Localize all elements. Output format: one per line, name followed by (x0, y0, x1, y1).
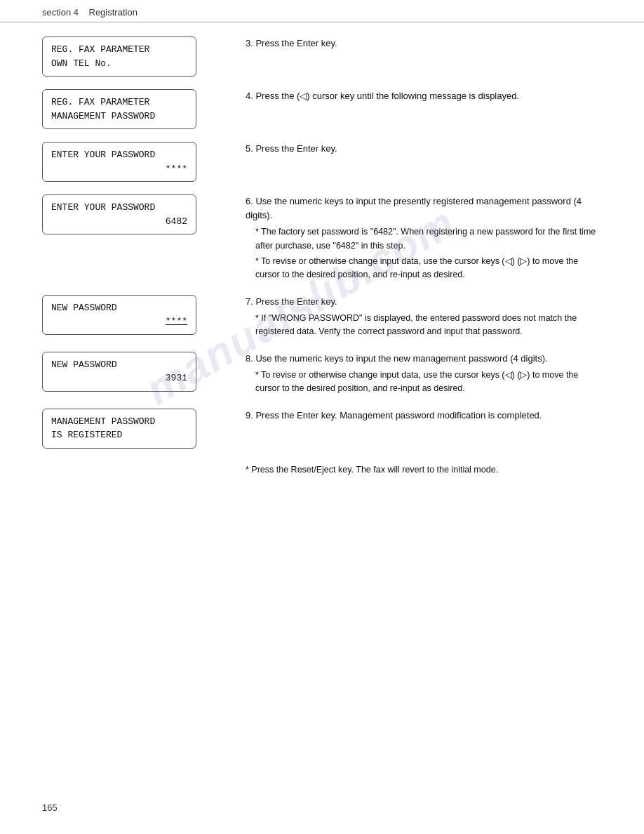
left-col-4: ENTER YOUR PASSWORD 6482 (42, 194, 224, 234)
final-note-row: * Press the Reset/Eject key. The fax wil… (42, 461, 602, 477)
lcd4-line1: ENTER YOUR PASSWORD (51, 201, 187, 215)
step-5-note-1: * If "WRONG PASSWORD" is displayed, the … (246, 312, 602, 339)
final-note-text: * Press the Reset/Eject key. The fax wil… (246, 463, 602, 477)
lcd2-line1: REG. FAX PARAMETER (51, 95, 187, 110)
row-4: ENTER YOUR PASSWORD 6482 6. Use the nume… (42, 194, 602, 282)
page: manualslib.com section 4 Registration RE… (0, 0, 644, 834)
step-1-text: 3. Press the Enter key. (246, 37, 602, 51)
step-4-note-2: * To revise or otherwise change input da… (246, 255, 602, 282)
page-footer: 165 (42, 802, 58, 813)
main-content: REG. FAX PARAMETER OWN TEL No. 3. Press … (0, 22, 644, 517)
lcd1-line1: REG. FAX PARAMETER (51, 43, 187, 57)
lcd3-line2: **** (51, 162, 187, 176)
right-col-2: 4. Press the (◁) cursor key until the fo… (246, 89, 602, 106)
lcd7-line1: MANAGEMENT PASSWORD (51, 415, 187, 429)
step-2-text: 4. Press the (◁) cursor key until the fo… (246, 89, 602, 103)
lcd-box-6: NEW PASSWORD 3931 (42, 352, 196, 392)
step-6-note-1: * To revise or otherwise change input da… (246, 369, 602, 396)
row-3: ENTER YOUR PASSWORD **** 5. Press the En… (42, 142, 602, 182)
lcd7-line2: IS REGISTERED (51, 428, 187, 442)
lcd-box-1: REG. FAX PARAMETER OWN TEL No. (42, 37, 196, 77)
row-5: NEW PASSWORD **** 7. Press the Enter key… (42, 295, 602, 339)
row-6: NEW PASSWORD 3931 8. Use the numeric key… (42, 352, 602, 396)
lcd-box-2: REG. FAX PARAMETER MANAGEMENT PASSWORD (42, 89, 196, 129)
left-col-6: NEW PASSWORD 3931 (42, 352, 224, 392)
final-note-right: * Press the Reset/Eject key. The fax wil… (246, 461, 602, 477)
left-col-3: ENTER YOUR PASSWORD **** (42, 142, 224, 182)
section-label: section 4 (42, 7, 79, 18)
lcd6-line1: NEW PASSWORD (51, 358, 187, 372)
step-6-text: 8. Use the numeric keys to input the new… (246, 352, 602, 366)
row-1: REG. FAX PARAMETER OWN TEL No. 3. Press … (42, 37, 602, 77)
page-number: 165 (42, 802, 58, 813)
lcd5-line1: NEW PASSWORD (51, 301, 187, 315)
row-2: REG. FAX PARAMETER MANAGEMENT PASSWORD 4… (42, 89, 602, 129)
right-col-4: 6. Use the numeric keys to input the pre… (246, 194, 602, 282)
section-title: Registration (89, 7, 137, 18)
lcd-box-5: NEW PASSWORD **** (42, 295, 196, 335)
lcd-box-4: ENTER YOUR PASSWORD 6482 (42, 194, 196, 234)
step-5-text: 7. Press the Enter key. (246, 295, 602, 309)
lcd2-line2: MANAGEMENT PASSWORD (51, 110, 187, 124)
lcd3-line1: ENTER YOUR PASSWORD (51, 148, 187, 162)
step-3-text: 5. Press the Enter key. (246, 142, 602, 156)
left-col-5: NEW PASSWORD **** (42, 295, 224, 335)
lcd6-line2: 3931 (51, 371, 187, 385)
step-4-note-1: * The factory set password is "6482". Wh… (246, 225, 602, 253)
right-col-7: 9. Press the Enter key. Management passw… (246, 409, 602, 425)
lcd4-line2: 6482 (51, 215, 187, 229)
right-col-3: 5. Press the Enter key. (246, 142, 602, 159)
left-col-7: MANAGEMENT PASSWORD IS REGISTERED (42, 409, 224, 449)
page-header: section 4 Registration (0, 0, 644, 22)
lcd5-line2: **** (51, 315, 187, 329)
row-7: MANAGEMENT PASSWORD IS REGISTERED 9. Pre… (42, 409, 602, 449)
right-col-5: 7. Press the Enter key. * If "WRONG PASS… (246, 295, 602, 339)
right-col-6: 8. Use the numeric keys to input the new… (246, 352, 602, 396)
lcd-box-7: MANAGEMENT PASSWORD IS REGISTERED (42, 409, 196, 449)
left-col-1: REG. FAX PARAMETER OWN TEL No. (42, 37, 224, 77)
left-col-2: REG. FAX PARAMETER MANAGEMENT PASSWORD (42, 89, 224, 129)
right-col-1: 3. Press the Enter key. (246, 37, 602, 53)
step-4-text: 6. Use the numeric keys to input the pre… (246, 194, 602, 223)
step-7-text: 9. Press the Enter key. Management passw… (246, 409, 602, 423)
lcd1-line2: OWN TEL No. (51, 57, 187, 71)
lcd-box-3: ENTER YOUR PASSWORD **** (42, 142, 196, 182)
